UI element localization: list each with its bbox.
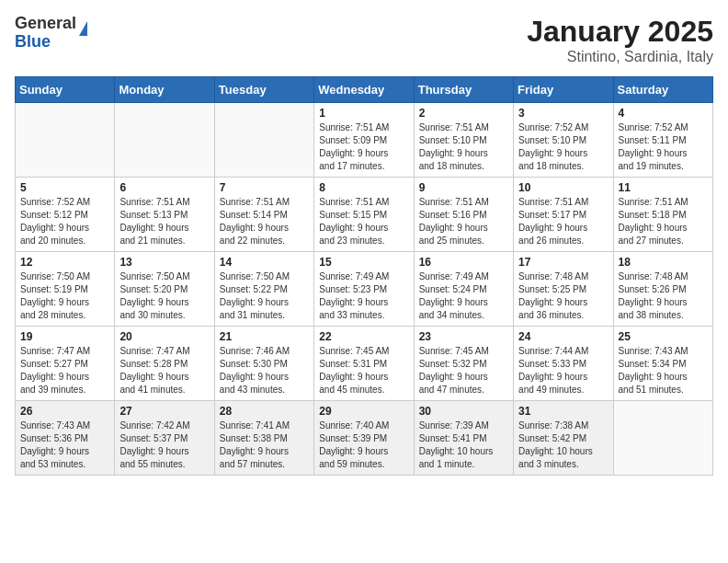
cell-info: Sunrise: 7:51 AMSunset: 5:15 PMDaylight:… xyxy=(319,196,408,247)
cell-info: Sunrise: 7:50 AMSunset: 5:22 PMDaylight:… xyxy=(220,270,309,322)
week-row-4: 19Sunrise: 7:47 AMSunset: 5:27 PMDayligh… xyxy=(16,327,713,401)
cell-info: Sunrise: 7:39 AMSunset: 5:41 PMDaylight:… xyxy=(419,419,508,471)
day-number: 13 xyxy=(119,256,209,269)
cell-info: Sunrise: 7:50 AMSunset: 5:19 PMDaylight:… xyxy=(20,270,109,322)
cell-info: Sunrise: 7:50 AMSunset: 5:20 PMDaylight:… xyxy=(119,270,209,322)
calendar-cell: 24Sunrise: 7:44 AMSunset: 5:33 PMDayligh… xyxy=(514,327,613,401)
day-number: 23 xyxy=(419,330,508,343)
cell-info: Sunrise: 7:49 AMSunset: 5:24 PMDaylight:… xyxy=(419,270,508,322)
logo-general-text: General xyxy=(15,14,76,32)
week-row-5: 26Sunrise: 7:43 AMSunset: 5:36 PMDayligh… xyxy=(16,401,713,476)
cell-info: Sunrise: 7:52 AMSunset: 5:12 PMDaylight:… xyxy=(20,196,109,247)
cell-info: Sunrise: 7:41 AMSunset: 5:38 PMDaylight:… xyxy=(220,419,309,471)
calendar-cell: 17Sunrise: 7:48 AMSunset: 5:25 PMDayligh… xyxy=(514,252,613,327)
weekday-header-thursday: Thursday xyxy=(414,77,513,103)
calendar-cell: 23Sunrise: 7:45 AMSunset: 5:32 PMDayligh… xyxy=(414,327,513,401)
calendar-cell: 2Sunrise: 7:51 AMSunset: 5:10 PMDaylight… xyxy=(414,103,513,178)
weekday-header-friday: Friday xyxy=(514,77,613,103)
cell-info: Sunrise: 7:43 AMSunset: 5:34 PMDaylight:… xyxy=(619,345,708,396)
calendar-cell: 6Sunrise: 7:51 AMSunset: 5:13 PMDaylight… xyxy=(115,178,214,252)
day-number: 29 xyxy=(319,405,408,418)
day-number: 19 xyxy=(20,330,109,343)
day-number: 4 xyxy=(619,107,708,120)
cell-info: Sunrise: 7:43 AMSunset: 5:36 PMDaylight:… xyxy=(20,419,109,471)
logo-triangle-icon xyxy=(79,21,87,36)
day-number: 17 xyxy=(518,256,608,269)
week-row-1: 1Sunrise: 7:51 AMSunset: 5:09 PMDaylight… xyxy=(16,103,713,178)
cell-info: Sunrise: 7:49 AMSunset: 5:23 PMDaylight:… xyxy=(319,270,408,322)
logo-blue-text: Blue xyxy=(15,32,51,51)
page-header: General Blue January 2025 Stintino, Sard… xyxy=(15,15,713,65)
calendar-cell: 7Sunrise: 7:51 AMSunset: 5:14 PMDaylight… xyxy=(214,178,313,252)
cell-info: Sunrise: 7:51 AMSunset: 5:09 PMDaylight:… xyxy=(319,121,408,173)
day-number: 9 xyxy=(419,181,508,194)
calendar-cell: 30Sunrise: 7:39 AMSunset: 5:41 PMDayligh… xyxy=(414,401,513,476)
day-number: 18 xyxy=(619,256,708,269)
calendar-cell: 15Sunrise: 7:49 AMSunset: 5:23 PMDayligh… xyxy=(314,252,414,327)
weekday-header-monday: Monday xyxy=(115,77,214,103)
calendar-cell: 9Sunrise: 7:51 AMSunset: 5:16 PMDaylight… xyxy=(414,178,513,252)
day-number: 22 xyxy=(319,330,408,343)
day-number: 12 xyxy=(20,256,109,269)
cell-info: Sunrise: 7:51 AMSunset: 5:18 PMDaylight:… xyxy=(619,196,708,247)
day-number: 8 xyxy=(319,181,408,194)
calendar-cell: 18Sunrise: 7:48 AMSunset: 5:26 PMDayligh… xyxy=(613,252,712,327)
calendar-cell: 26Sunrise: 7:43 AMSunset: 5:36 PMDayligh… xyxy=(16,401,115,476)
day-number: 26 xyxy=(20,405,109,418)
cell-info: Sunrise: 7:51 AMSunset: 5:13 PMDaylight:… xyxy=(119,196,209,247)
calendar-cell: 5Sunrise: 7:52 AMSunset: 5:12 PMDaylight… xyxy=(16,178,115,252)
calendar-cell: 31Sunrise: 7:38 AMSunset: 5:42 PMDayligh… xyxy=(514,401,613,476)
cell-info: Sunrise: 7:48 AMSunset: 5:26 PMDaylight:… xyxy=(619,270,708,322)
day-number: 1 xyxy=(319,107,408,120)
cell-info: Sunrise: 7:48 AMSunset: 5:25 PMDaylight:… xyxy=(518,270,608,322)
calendar-cell: 25Sunrise: 7:43 AMSunset: 5:34 PMDayligh… xyxy=(613,327,712,401)
cell-info: Sunrise: 7:51 AMSunset: 5:10 PMDaylight:… xyxy=(419,121,508,173)
month-title: January 2025 xyxy=(527,15,713,49)
day-number: 31 xyxy=(518,405,608,418)
calendar-cell xyxy=(613,401,712,476)
cell-info: Sunrise: 7:47 AMSunset: 5:27 PMDaylight:… xyxy=(20,345,109,396)
calendar-cell: 3Sunrise: 7:52 AMSunset: 5:10 PMDaylight… xyxy=(514,103,613,178)
calendar-cell: 28Sunrise: 7:41 AMSunset: 5:38 PMDayligh… xyxy=(214,401,313,476)
cell-info: Sunrise: 7:52 AMSunset: 5:11 PMDaylight:… xyxy=(619,121,708,173)
cell-info: Sunrise: 7:51 AMSunset: 5:16 PMDaylight:… xyxy=(419,196,508,247)
cell-info: Sunrise: 7:51 AMSunset: 5:14 PMDaylight:… xyxy=(220,196,309,247)
day-number: 21 xyxy=(220,330,309,343)
calendar-table: SundayMondayTuesdayWednesdayThursdayFrid… xyxy=(15,76,713,476)
cell-info: Sunrise: 7:45 AMSunset: 5:32 PMDaylight:… xyxy=(419,345,508,396)
calendar-cell: 20Sunrise: 7:47 AMSunset: 5:28 PMDayligh… xyxy=(115,327,214,401)
title-block: January 2025 Stintino, Sardinia, Italy xyxy=(527,15,713,65)
calendar-cell: 21Sunrise: 7:46 AMSunset: 5:30 PMDayligh… xyxy=(214,327,313,401)
day-number: 25 xyxy=(619,330,708,343)
cell-info: Sunrise: 7:42 AMSunset: 5:37 PMDaylight:… xyxy=(119,419,209,471)
day-number: 11 xyxy=(619,181,708,194)
calendar-cell xyxy=(16,103,115,178)
day-number: 24 xyxy=(518,330,608,343)
day-number: 6 xyxy=(119,181,209,194)
calendar-cell: 13Sunrise: 7:50 AMSunset: 5:20 PMDayligh… xyxy=(115,252,214,327)
calendar-cell xyxy=(115,103,214,178)
calendar-cell: 1Sunrise: 7:51 AMSunset: 5:09 PMDaylight… xyxy=(314,103,414,178)
day-number: 30 xyxy=(419,405,508,418)
cell-info: Sunrise: 7:38 AMSunset: 5:42 PMDaylight:… xyxy=(518,419,608,471)
weekday-header-saturday: Saturday xyxy=(613,77,712,103)
calendar-cell: 10Sunrise: 7:51 AMSunset: 5:17 PMDayligh… xyxy=(514,178,613,252)
cell-info: Sunrise: 7:47 AMSunset: 5:28 PMDaylight:… xyxy=(119,345,209,396)
calendar-cell: 22Sunrise: 7:45 AMSunset: 5:31 PMDayligh… xyxy=(314,327,414,401)
weekday-header-sunday: Sunday xyxy=(16,77,115,103)
cell-info: Sunrise: 7:52 AMSunset: 5:10 PMDaylight:… xyxy=(518,121,608,173)
calendar-cell: 19Sunrise: 7:47 AMSunset: 5:27 PMDayligh… xyxy=(16,327,115,401)
day-number: 2 xyxy=(419,107,508,120)
day-number: 27 xyxy=(119,405,209,418)
day-number: 5 xyxy=(20,181,109,194)
calendar-cell: 8Sunrise: 7:51 AMSunset: 5:15 PMDaylight… xyxy=(314,178,414,252)
cell-info: Sunrise: 7:46 AMSunset: 5:30 PMDaylight:… xyxy=(220,345,309,396)
day-number: 20 xyxy=(119,330,209,343)
logo: General Blue xyxy=(15,15,87,52)
weekday-header-row: SundayMondayTuesdayWednesdayThursdayFrid… xyxy=(16,77,713,103)
day-number: 16 xyxy=(419,256,508,269)
day-number: 10 xyxy=(518,181,608,194)
calendar-cell: 12Sunrise: 7:50 AMSunset: 5:19 PMDayligh… xyxy=(16,252,115,327)
location-subtitle: Stintino, Sardinia, Italy xyxy=(527,49,713,65)
calendar-cell: 11Sunrise: 7:51 AMSunset: 5:18 PMDayligh… xyxy=(613,178,712,252)
